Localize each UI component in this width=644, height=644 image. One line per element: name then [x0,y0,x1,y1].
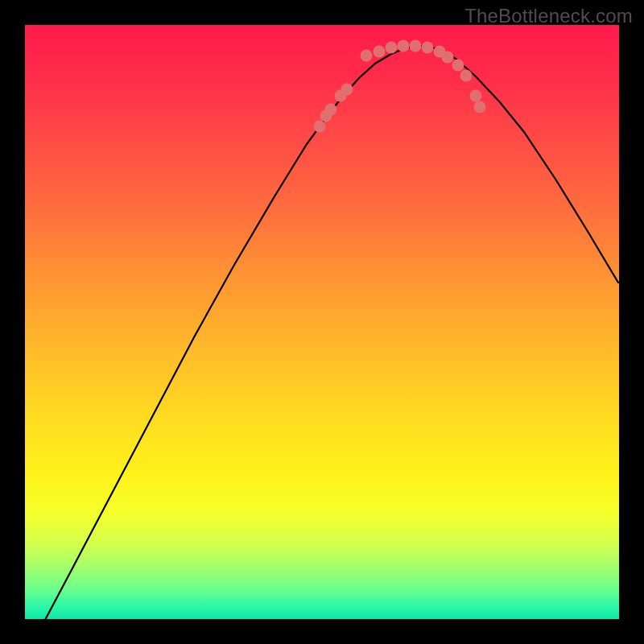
sample-dot [361,50,373,62]
sample-dot [460,70,473,82]
sample-dot [325,104,337,116]
plot-area [25,25,619,619]
outer-frame: TheBottleneck.com [0,0,644,644]
sample-dot [442,52,454,64]
sample-dot [410,40,422,52]
sample-dot [452,60,464,72]
watermark-text: TheBottleneck.com [464,5,633,27]
sample-dot [314,121,326,133]
sample-dot [474,101,486,114]
sample-dot [470,90,482,102]
sample-dot [374,46,386,58]
sample-dot [341,84,353,96]
bottleneck-curve [37,46,618,635]
sample-dot [386,42,398,54]
sample-dot [422,42,434,54]
sample-dots [314,40,486,133]
chart-svg [25,25,619,619]
sample-dot [398,40,410,52]
